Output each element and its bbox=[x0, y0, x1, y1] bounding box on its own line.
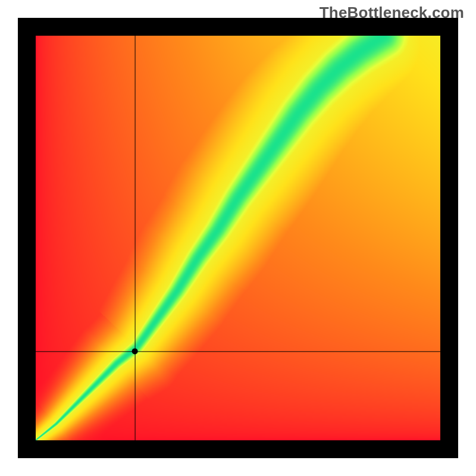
heatmap-canvas bbox=[18, 18, 458, 458]
chart-frame: TheBottleneck.com bbox=[0, 0, 476, 476]
plot-area bbox=[18, 18, 458, 458]
watermark-text: TheBottleneck.com bbox=[320, 4, 464, 22]
